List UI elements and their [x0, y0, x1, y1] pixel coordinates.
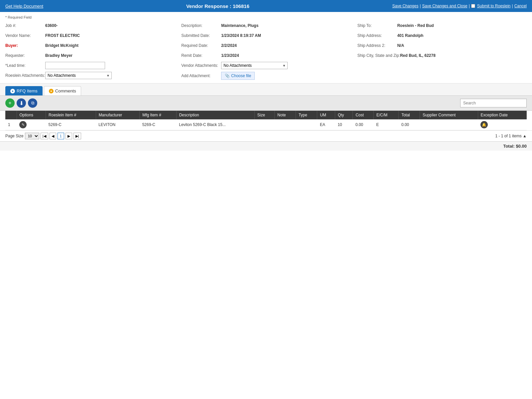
- roeslein-attach-select-wrap: No Attachments ▼: [45, 72, 112, 79]
- table-row: 1 ✎ 5269-C LEVITON 5269-C Leviton 5269-C…: [5, 119, 527, 130]
- vendor-attach-row: Vendor Attachments: No Attachments ▼: [181, 62, 350, 69]
- total-row: Total: $0.00: [0, 141, 532, 151]
- paperclip-icon: 📎: [225, 73, 230, 78]
- ship-address2-label: Ship Address 2:: [357, 43, 397, 48]
- tabs-area: ● RFQ Items ● Comments: [0, 83, 532, 96]
- roeslein-attach-row: Roeslein Attachments: No Attachments ▼: [5, 72, 175, 79]
- col-header-cost: Cost: [353, 111, 374, 119]
- tab-comments-dot: ●: [49, 89, 54, 93]
- toolbar: + ⬇ ⧉: [0, 96, 532, 111]
- col-header-total: Total: [399, 111, 420, 119]
- next-page-button[interactable]: ▶: [66, 133, 72, 139]
- roeslein-attach-select[interactable]: No Attachments: [45, 72, 112, 79]
- form-grid: Job #: 63600- Vendor Name: FROST ELECTRI…: [5, 22, 527, 81]
- col-header-options: Options: [17, 111, 46, 119]
- tab-comments[interactable]: ● Comments: [44, 86, 81, 95]
- lead-time-input[interactable]: [45, 62, 105, 69]
- first-page-button[interactable]: |◀: [41, 133, 48, 139]
- form-col-1: Job #: 63600- Vendor Name: FROST ELECTRI…: [5, 22, 175, 81]
- prev-page-button[interactable]: ◀: [50, 133, 56, 139]
- pencil-icon: ✎: [22, 123, 25, 127]
- cell-ecm: E: [373, 119, 399, 130]
- plus-icon: +: [8, 100, 11, 106]
- download-button[interactable]: ⬇: [17, 98, 26, 108]
- copy-button[interactable]: ⧉: [28, 98, 37, 108]
- save-changes-link[interactable]: Save Changes: [392, 4, 419, 8]
- add-button[interactable]: +: [5, 98, 15, 108]
- items-info: 1 - 1 of 1 items: [495, 134, 521, 138]
- tab-rfq-label: RFQ Items: [17, 88, 38, 93]
- sep2: |: [469, 4, 470, 8]
- table-body: 1 ✎ 5269-C LEVITON 5269-C Leviton 5269-C…: [5, 119, 527, 130]
- cell-row-num: 1: [5, 119, 17, 130]
- search-input[interactable]: [460, 99, 527, 107]
- vendor-name-label: Vendor Name:: [5, 33, 45, 38]
- page-title: Vendor Response : 106816: [186, 3, 249, 9]
- vendor-attach-label: Vendor Attachments:: [181, 63, 221, 68]
- ship-to-row: Ship To: Roeslein - Red Bud: [357, 22, 527, 29]
- ship-address-value: 401 Randolph: [397, 33, 424, 38]
- cell-roeslein-item: 5269-C: [46, 119, 96, 130]
- header-actions: Save Changes | Save Changes and Close | …: [392, 4, 527, 8]
- choose-file-label: Choose file: [231, 73, 251, 78]
- copy-icon: ⧉: [31, 100, 34, 106]
- tab-comments-label: Comments: [55, 88, 76, 93]
- col-header-size: Size: [254, 111, 275, 119]
- tab-rfq-dot: ●: [10, 89, 15, 93]
- ship-city-label: Ship City, State and Zip:: [357, 53, 400, 58]
- submit-link[interactable]: Submit to Roeslein: [477, 4, 511, 8]
- help-link[interactable]: Get Help Document: [5, 4, 43, 9]
- sep1: |: [420, 4, 421, 8]
- cell-type: [296, 119, 317, 130]
- col-header-supplier-comment: Supplier Comment: [420, 111, 478, 119]
- form-col-2: Description: Maintenance, Plugs Submitte…: [181, 22, 350, 81]
- job-label: Job #:: [5, 23, 45, 28]
- cell-total: 0.00: [399, 119, 420, 130]
- requester-label: Requester:: [5, 53, 45, 58]
- description-label: Description:: [181, 23, 221, 28]
- col-header-manufacturer: Manufacturer: [96, 111, 140, 119]
- cell-description: Leviton 5269-C Black 15...: [176, 119, 254, 130]
- ship-address-row: Ship Address: 401 Randolph: [357, 32, 527, 39]
- submitted-date-value: 1/23/2024 8:19:37 AM: [221, 33, 261, 38]
- required-date-row: Required Date: 2/2/2024: [181, 42, 350, 49]
- cancel-link[interactable]: Cancel: [514, 4, 527, 8]
- buyer-label: Buyer:: [5, 43, 45, 48]
- col-header-ecm: E/C/M: [373, 111, 399, 119]
- cell-exception-date: 🔔: [478, 119, 527, 130]
- sort-icon: ▲: [523, 134, 527, 138]
- ship-to-value: Roeslein - Red Bud: [397, 23, 434, 28]
- col-header-um: UM: [317, 111, 335, 119]
- top-header: Get Help Document Vendor Response : 1068…: [0, 0, 532, 12]
- choose-file-button[interactable]: 📎 Choose file: [221, 72, 255, 80]
- vendor-attach-select[interactable]: No Attachments: [221, 62, 288, 69]
- bell-button[interactable]: 🔔: [480, 121, 488, 128]
- vendor-name-value: FROST ELECTRIC: [45, 33, 80, 38]
- ship-to-label: Ship To:: [357, 23, 397, 28]
- requester-value: Bradley Meyer: [45, 53, 72, 58]
- cell-cost: 0.00: [353, 119, 374, 130]
- col-header-note: Note: [275, 111, 296, 119]
- pagination-area: Page Size 10 |◀ ◀ 1 ▶ ▶| 1 - 1 of 1 item…: [0, 130, 532, 141]
- edit-row-button[interactable]: ✎: [19, 121, 27, 128]
- col-header-type: Type: [296, 111, 317, 119]
- table-header-row: Options Roeslein Item # Manufacturer Mfg…: [5, 111, 527, 119]
- current-page[interactable]: 1: [58, 133, 64, 139]
- page-size-select[interactable]: 10: [25, 133, 39, 139]
- tab-rfq-items[interactable]: ● RFQ Items: [5, 86, 43, 95]
- last-page-button[interactable]: ▶|: [73, 133, 81, 139]
- save-changes-close-link[interactable]: Save Changes and Close: [422, 4, 467, 8]
- ship-address2-row: Ship Address 2: N/A: [357, 42, 527, 49]
- submit-checkbox[interactable]: [471, 4, 475, 8]
- ship-city-row: Ship City, State and Zip: Red Bud, IL, 6…: [357, 52, 527, 59]
- remit-date-label: Remit Date:: [181, 53, 221, 58]
- required-date-value: 2/2/2024: [221, 43, 237, 48]
- download-icon: ⬇: [19, 100, 24, 106]
- pagination-left: Page Size 10 |◀ ◀ 1 ▶ ▶|: [5, 133, 81, 139]
- ship-address2-value: N/A: [397, 43, 404, 48]
- form-col-3: Ship To: Roeslein - Red Bud Ship Address…: [357, 22, 527, 81]
- col-header-exception-date: Exception Date: [478, 111, 527, 119]
- add-attach-row: Add Attachment: 📎 Choose file: [181, 72, 350, 80]
- add-attach-label: Add Attachment:: [181, 73, 221, 78]
- cell-options: ✎: [17, 119, 46, 130]
